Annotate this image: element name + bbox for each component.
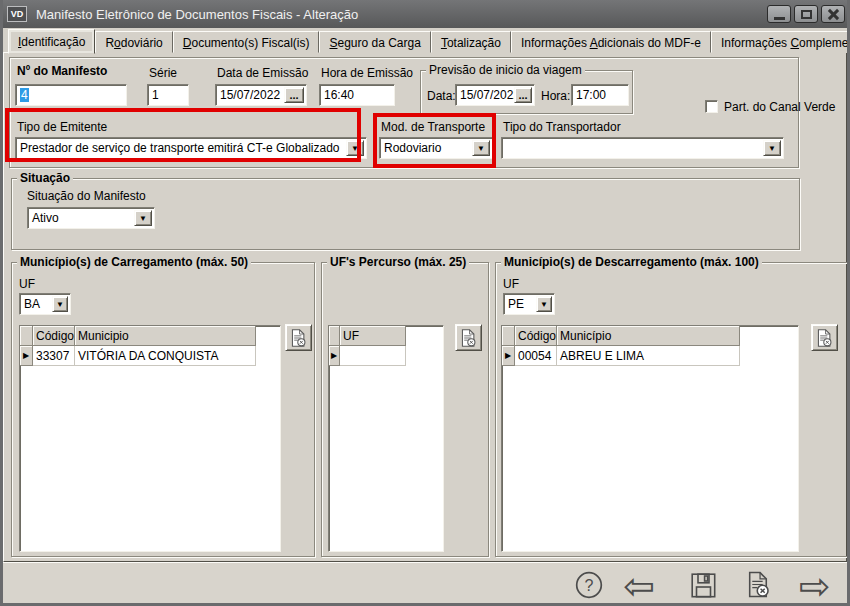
hora-emissao-input[interactable]: 16:40 [319,84,395,106]
grid-selector-header [329,326,340,346]
delete-button[interactable] [745,570,772,603]
hora-emissao-label: Hora de Emissão [321,66,413,80]
situacao-group-title: Situação [17,171,73,185]
previsao-hora-input[interactable]: 17:00 [571,84,629,106]
tab-identificacao[interactable]: Identificação [8,29,95,54]
application-window: VD Manifesto Eletrônico de Documentos Fi… [0,0,850,606]
annotation-rect-tipo-emitente [5,108,361,162]
forward-arrow-icon: ⇨ [799,565,831,606]
tipo-transportador-select[interactable] [501,137,784,159]
dropdown-arrow-icon[interactable] [763,140,781,156]
situacao-select[interactable]: Ativo [27,207,155,229]
svg-text:?: ? [585,577,594,594]
carregamento-col-municipio: Municipio [75,326,256,346]
close-button[interactable] [821,5,845,23]
table-row[interactable] [329,346,443,366]
maximize-icon [801,10,812,19]
dropdown-arrow-icon[interactable] [536,296,552,312]
carregamento-col-codigo: Código [33,326,75,346]
data-emissao-picker-button[interactable]: ... [284,87,304,103]
minimize-icon [774,17,785,20]
data-emissao-label: Data de Emissão [217,66,308,80]
tab-documentos-fiscais[interactable]: Documento(s) Fiscal(is) [173,31,320,53]
window-title: Manifesto Eletrônico de Documentos Fisca… [36,7,358,22]
percurso-delete-button[interactable] [455,324,482,351]
serie-label: Série [149,66,177,80]
forward-button[interactable]: ⇨ [799,571,831,601]
row-selector-icon [20,346,33,366]
descarregamento-grid: Código Município 00054 ABREU E LIMA [501,325,799,552]
carregamento-uf-label: UF [19,277,35,291]
descarregamento-title: Município(s) de Descarregamento (máx. 10… [501,255,762,269]
percurso-col-uf: UF [340,326,406,346]
previsao-hora-label: Hora: [541,89,570,103]
manifesto-input[interactable]: 4 [15,84,127,106]
row-selector-icon [502,346,515,366]
bottom-toolbar [3,562,847,603]
previsao-data-picker-button[interactable]: ... [514,87,532,103]
delete-record-icon [289,328,308,348]
percurso-title: UF's Percurso (máx. 25) [327,255,469,269]
row-selector-icon [329,346,340,366]
tab-totalizacao[interactable]: Totalização [431,31,511,53]
carregamento-uf-select[interactable]: BA [19,293,71,315]
delete-record-icon [459,328,478,348]
percurso-grid: UF [328,325,444,552]
back-arrow-icon: ⇦ [623,565,655,606]
data-emissao-input[interactable]: 15/07/2022 ... [215,84,307,106]
table-row[interactable]: 00054 ABREU E LIMA [502,346,798,366]
descarregamento-col-municipio: Município [557,326,740,346]
dropdown-arrow-icon[interactable] [52,296,68,312]
maximize-button[interactable] [794,5,818,23]
table-row[interactable]: 33307 VITÓRIA DA CONQUISTA [20,346,280,366]
previsao-data-label: Data: [427,89,456,103]
descarregamento-col-codigo: Código [515,326,557,346]
carregamento-delete-button[interactable] [285,324,312,351]
back-button[interactable]: ⇦ [623,571,655,601]
tab-rodoviario[interactable]: Rodoviário [95,31,172,53]
tipo-transportador-label: Tipo do Transportador [503,120,621,134]
help-button[interactable]: ? [574,570,604,600]
canal-verde-label: Part. do Canal Verde [724,100,835,114]
descarregamento-delete-button[interactable] [811,324,838,351]
previsao-data-input[interactable]: 15/07/2022 ... [455,84,535,106]
descarregamento-uf-select[interactable]: PE [503,293,555,315]
dropdown-arrow-icon[interactable] [134,210,152,226]
grid-selector-header [20,326,33,346]
tab-strip: Identificação Rodoviário Documento(s) Fi… [8,31,850,54]
help-icon: ? [574,570,604,600]
app-icon: VD [7,6,27,22]
situacao-manifesto-label: Situação do Manifesto [27,189,146,203]
tab-seguro-da-carga[interactable]: Seguro da Carga [319,31,430,53]
annotation-rect-mod-transporte [373,113,496,168]
tab-informacoes-complementares[interactable]: Informações Complementares [711,31,850,53]
title-bar: VD Manifesto Eletrônico de Documentos Fi… [0,0,850,28]
previsao-group-title: Previsão de inicio da viagem [426,63,585,77]
tab-informacoes-adicionais[interactable]: Informações Adicionais do MDF-e [511,31,711,53]
carregamento-title: Município(s) de Carregamento (máx. 50) [17,255,251,269]
serie-input[interactable]: 1 [147,84,189,106]
descarregamento-uf-label: UF [503,277,519,291]
carregamento-grid: Código Municipio 33307 VITÓRIA DA CONQUI… [19,325,281,552]
grid-selector-header [502,326,515,346]
save-button[interactable] [690,572,717,603]
delete-record-icon [815,328,834,348]
minimize-button[interactable] [767,5,791,23]
manifesto-label: Nº do Manifesto [17,64,107,78]
canal-verde-checkbox[interactable] [705,100,718,113]
delete-record-icon [745,570,772,599]
save-icon [690,572,717,599]
